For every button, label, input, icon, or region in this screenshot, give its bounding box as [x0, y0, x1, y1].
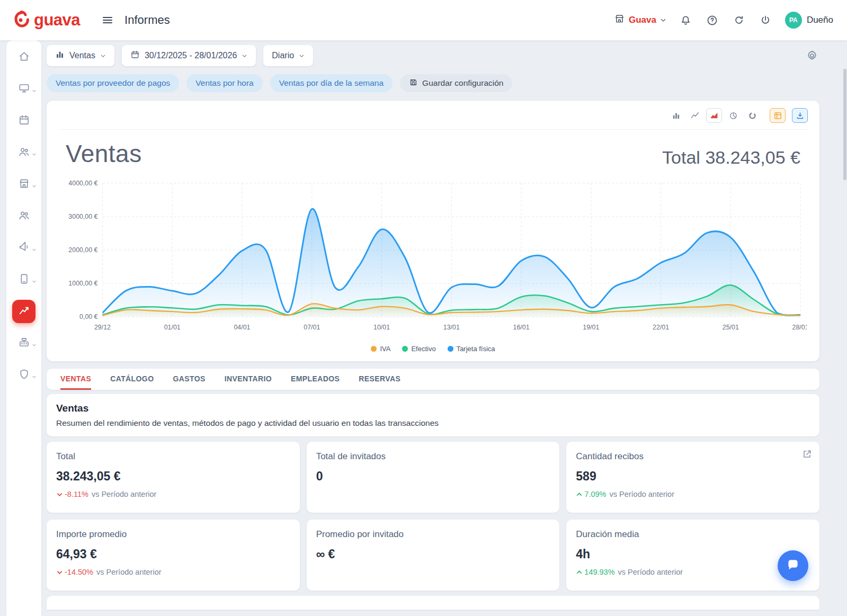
svg-text:1000,00 €: 1000,00 €	[68, 280, 97, 287]
quick-report-chip-0[interactable]: Ventas por proveedor de pagos	[47, 74, 179, 92]
account-picker[interactable]: Guava	[614, 13, 666, 27]
tab-empleados[interactable]: EMPLEADOS	[291, 369, 340, 390]
svg-text:07/01: 07/01	[304, 324, 320, 331]
svg-text:4000,00 €: 4000,00 €	[68, 180, 97, 187]
sidebar-item-kiosk[interactable]	[12, 268, 35, 291]
chevron-down-icon	[32, 86, 37, 95]
stat-label: Promedio por invitado	[316, 529, 550, 540]
delta-percent: 7.09%	[584, 490, 606, 498]
sidebar-item-pos-terminal[interactable]	[12, 77, 35, 101]
app-logo: guava	[14, 10, 80, 30]
guava-logo-icon	[14, 10, 30, 30]
delta-percent: -14.50%	[65, 568, 93, 576]
report-type-select[interactable]: Ventas	[47, 45, 114, 66]
legend-item[interactable]: Tarjeta física	[448, 345, 495, 353]
stats-grid: Total 38.243,05 € -8.11% vs Período ante…	[47, 442, 819, 591]
legend-label: Tarjeta física	[457, 345, 495, 353]
external-link-icon[interactable]	[802, 449, 812, 461]
chart-legend: IVA Efectivo Tarjeta física	[58, 344, 808, 357]
chart-total-label: Total	[662, 147, 700, 167]
help-button[interactable]	[706, 13, 719, 27]
report-settings-button[interactable]	[805, 48, 819, 63]
stat-label: Total	[56, 451, 290, 462]
refresh-button[interactable]	[732, 13, 746, 27]
sidebar-item-security[interactable]	[12, 363, 35, 387]
sidebar-item-home[interactable]	[12, 46, 35, 69]
topbar: guava Informes Guava PA Dueño	[0, 0, 847, 40]
sales-chart-card: Ventas Total 38.243,05 € 0,00 €1000,00 €…	[47, 101, 819, 361]
tab-inventario[interactable]: INVENTARIO	[225, 369, 272, 390]
chip-label: Ventas por hora	[195, 78, 253, 88]
next-section-card	[47, 596, 819, 610]
save-icon	[409, 78, 418, 89]
line-chart-type-button[interactable]	[687, 108, 703, 123]
kiosk-icon	[18, 273, 30, 287]
sidebar-item-marketing[interactable]	[12, 236, 35, 260]
stat-value: 4h	[576, 547, 810, 561]
section-title: Ventas	[56, 403, 810, 414]
delta-down-icon	[56, 491, 63, 498]
delta-percent: 149.93%	[584, 568, 614, 576]
stat-value: ∞ €	[316, 547, 550, 561]
chevron-down-icon	[242, 53, 247, 59]
marketing-icon	[18, 241, 30, 255]
sidebar-item-register[interactable]	[12, 332, 35, 355]
granularity-value: Diario	[272, 51, 294, 60]
user-menu[interactable]: PA Dueño	[785, 12, 833, 29]
register-icon	[18, 336, 30, 351]
stat-value: 64,93 €	[56, 547, 290, 561]
notifications-button[interactable]	[679, 13, 693, 27]
venue-icon	[18, 177, 30, 192]
chip-label: Ventas por proveedor de pagos	[56, 78, 170, 88]
stat-card: Importe promedio 64,93 € -14.50% vs Perí…	[47, 520, 300, 591]
legend-item[interactable]: IVA	[371, 345, 390, 353]
download-button[interactable]	[792, 108, 808, 123]
page-title: Informes	[124, 13, 170, 27]
quick-report-chip-2[interactable]: Ventas por día de la semana	[270, 74, 393, 92]
granularity-select[interactable]: Diario	[263, 45, 313, 66]
chip-label: Ventas por día de la semana	[279, 78, 384, 88]
tab-ventas[interactable]: VENTAS	[60, 369, 91, 390]
legend-item[interactable]: Efectivo	[402, 345, 435, 353]
bar-chart-type-button[interactable]	[668, 108, 684, 123]
quick-report-chip-1[interactable]: Ventas por hora	[186, 74, 262, 92]
section-summary-card: Ventas Resumen del rendimiento de ventas…	[47, 394, 819, 436]
sidebar-item-reports[interactable]	[12, 300, 35, 323]
chevron-down-icon	[32, 276, 37, 286]
save-configuration-chip[interactable]: Guardar configuración	[400, 74, 512, 92]
organization-icon	[614, 13, 625, 27]
pivot-table-button[interactable]	[770, 108, 786, 123]
chevron-down-icon	[32, 149, 37, 159]
scrollbar-thumb[interactable]	[843, 69, 846, 180]
svg-text:29/12: 29/12	[94, 324, 111, 331]
legend-label: IVA	[380, 345, 390, 353]
pie-chart-type-button[interactable]	[725, 108, 741, 123]
svg-text:0,00 €: 0,00 €	[79, 313, 98, 320]
sidebar-item-customers[interactable]	[12, 141, 35, 164]
legend-label: Efectivo	[411, 345, 435, 353]
security-icon	[18, 368, 30, 382]
donut-chart-type-button[interactable]	[744, 108, 760, 123]
area-chart-type-button[interactable]	[706, 108, 722, 123]
logout-button[interactable]	[759, 13, 772, 27]
tab-reservas[interactable]: RESERVAS	[359, 369, 400, 390]
main-content: Ventas 30/12/2025 - 28/01/2026 Diario Ve…	[47, 40, 819, 616]
bar-chart-icon	[55, 50, 65, 61]
menu-toggle-button[interactable]	[98, 11, 117, 30]
sidebar-item-venue[interactable]	[12, 173, 35, 196]
date-range-picker[interactable]: 30/12/2025 - 28/01/2026	[122, 45, 256, 66]
sidebar-item-calendar[interactable]	[12, 109, 35, 132]
delta-compare-label: vs Período anterior	[92, 490, 157, 498]
stat-label: Cantidad recibos	[576, 451, 810, 462]
pos-terminal-icon	[18, 82, 30, 96]
page-scrollbar[interactable]	[843, 41, 846, 616]
chat-fab-button[interactable]	[778, 550, 808, 581]
sidebar-item-team[interactable]	[12, 204, 35, 228]
tab-gastos[interactable]: GASTOS	[173, 369, 205, 390]
chart-total-value: 38.243,05 €	[705, 147, 800, 167]
chevron-down-icon	[100, 53, 106, 59]
tab-catálogo[interactable]: CATÁLOGO	[110, 369, 154, 390]
chevron-down-icon	[32, 181, 37, 191]
stat-card: Promedio por invitado ∞ €	[307, 520, 560, 591]
chevron-down-icon	[32, 372, 37, 381]
